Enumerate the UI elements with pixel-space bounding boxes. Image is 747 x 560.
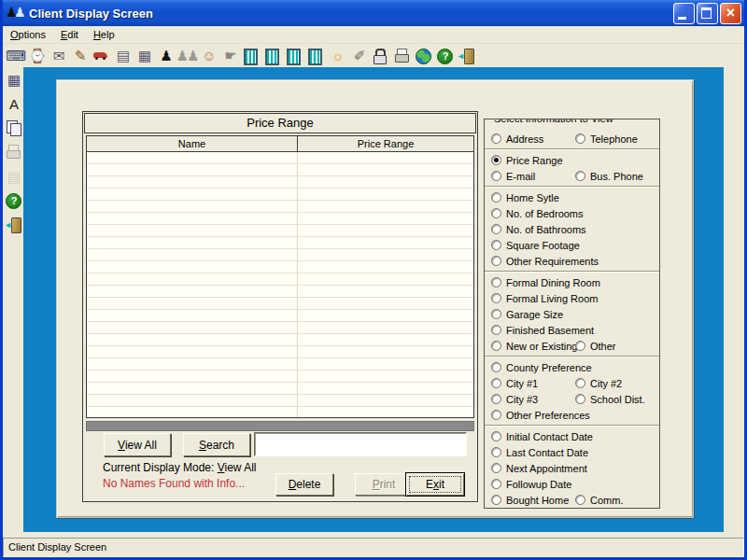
notes-icon[interactable]: ▤ [113,46,132,66]
radio-button[interactable] [491,479,501,489]
radio-button[interactable] [491,293,501,303]
window-icon-1[interactable] [242,46,261,66]
radio-telephone[interactable]: Telephone [575,133,638,145]
radio-followup-date[interactable]: Followup Date [491,479,571,490]
radio-city-1[interactable]: City #1 [491,378,575,389]
maximize-button[interactable] [697,3,718,24]
computer-icon[interactable]: ⌨ [6,46,24,66]
radio-other-requirements[interactable]: Other Requirements [491,256,599,267]
print-button[interactable]: Print [355,473,413,496]
radio-other-preferences[interactable]: Other Preferences [491,410,590,421]
radio-new-or-existing[interactable]: New or Existing [491,341,575,352]
help-icon[interactable]: ? [435,46,454,66]
font-icon[interactable]: A [4,93,22,114]
radio-initial-contact-date[interactable]: Initial Contact Date [491,431,593,442]
lightbulb-icon[interactable]: ☼ [328,46,346,66]
radio-price-range[interactable]: Price Range [491,155,563,166]
help-icon[interactable]: ? [4,190,22,211]
compose-icon[interactable]: ✎ [70,46,89,66]
face-icon[interactable]: ☺ [199,46,218,66]
column-header-price-range[interactable]: Price Range [298,136,473,151]
window-icon-4[interactable] [306,46,325,66]
menu-options[interactable]: Options [10,29,46,40]
notes-disabled-icon[interactable]: ▤ [4,166,22,187]
paper-pencil-icon[interactable]: ✐ [349,46,368,66]
radio-button[interactable] [491,463,501,473]
radio-button[interactable] [491,171,501,181]
lock-icon[interactable] [371,46,389,66]
radio-other[interactable]: Other [575,341,616,352]
radio-button[interactable] [575,495,585,505]
radio-button[interactable] [491,192,501,203]
window-icon-3[interactable] [285,46,303,66]
radio-school-dist[interactable]: School Dist. [575,394,645,405]
exit-icon[interactable] [457,46,475,66]
radio-button[interactable] [491,224,501,234]
printer-icon[interactable] [392,46,411,66]
radio-formal-dining-room[interactable]: Formal Dining Room [491,277,600,288]
radio-city-2[interactable]: City #2 [575,378,622,389]
clock-icon[interactable]: ⌚ [27,46,46,66]
radio-button[interactable] [491,410,501,420]
person-icon[interactable]: ♟ [156,46,175,66]
radio-home-sytle[interactable]: Home Sytle [491,192,559,203]
client-list-table[interactable]: Name Price Range [86,135,474,418]
search-input[interactable] [254,432,467,456]
radio-bus-phone[interactable]: Bus. Phone [575,171,643,182]
radio-no-of-bedrooms[interactable]: No. of Bedrooms [491,208,584,219]
radio-button[interactable] [491,378,501,388]
radio-comm[interactable]: Comm. [575,495,623,506]
radio-e-mail[interactable]: E-mail [491,171,575,182]
horizontal-scrollbar[interactable] [86,421,474,431]
search-button[interactable]: Search [183,433,250,456]
radio-city-3[interactable]: City #3 [491,394,575,405]
car-icon[interactable] [92,46,110,66]
radio-button[interactable] [575,378,585,388]
hand-paper-icon[interactable]: ☛ [220,46,239,66]
photo-notes-icon[interactable]: ▦ [134,46,153,66]
radio-button[interactable] [491,155,501,165]
radio-button[interactable] [491,309,501,319]
exit-button[interactable]: Exit [405,472,465,497]
radio-button[interactable] [491,447,501,457]
radio-button[interactable] [491,256,501,266]
radio-button[interactable] [491,362,501,372]
radio-formal-living-room[interactable]: Formal Living Room [491,293,598,304]
mail-icon[interactable]: ✉ [49,46,67,66]
app-icon[interactable] [6,5,24,21]
radio-button[interactable] [491,240,501,250]
window-icon-2[interactable] [263,46,282,66]
minimize-button[interactable] [673,3,695,24]
radio-button[interactable] [575,394,585,404]
radio-button[interactable] [491,341,501,351]
close-button[interactable] [720,3,741,24]
radio-button[interactable] [575,341,585,351]
table-body[interactable] [87,152,473,417]
radio-button[interactable] [491,325,501,335]
radio-next-appointment[interactable]: Next Appointment [491,463,587,474]
radio-garage-size[interactable]: Garage Size [491,309,563,320]
people-icon[interactable]: ♟♟ [177,46,196,66]
grid-icon[interactable]: ▦ [4,69,22,90]
radio-button[interactable] [491,394,501,404]
view-all-button[interactable]: View All [104,433,171,456]
globe-icon[interactable] [414,46,432,66]
radio-finished-basement[interactable]: Finished Basement [491,325,594,336]
radio-square-footage[interactable]: Square Footage [491,240,580,251]
radio-button[interactable] [575,171,585,181]
title-bar[interactable]: Client Display Screen [0,0,747,26]
radio-button[interactable] [491,431,501,441]
radio-no-of-bathrooms[interactable]: No. of Bathrooms [491,224,586,235]
radio-county-preference[interactable]: County Preference [491,362,592,373]
clipboard-icon[interactable] [4,118,22,138]
radio-address[interactable]: Address [491,133,575,145]
radio-button[interactable] [491,277,501,287]
column-header-name[interactable]: Name [87,136,298,151]
radio-button[interactable] [491,208,501,218]
menu-edit[interactable]: Edit [61,29,78,40]
delete-button[interactable]: Delete [275,473,333,496]
exit-icon[interactable] [4,215,22,235]
radio-last-contact-date[interactable]: Last Contact Date [491,447,588,458]
radio-bought-home[interactable]: Bought Home [491,495,575,506]
printer-disabled-icon[interactable] [4,142,22,162]
